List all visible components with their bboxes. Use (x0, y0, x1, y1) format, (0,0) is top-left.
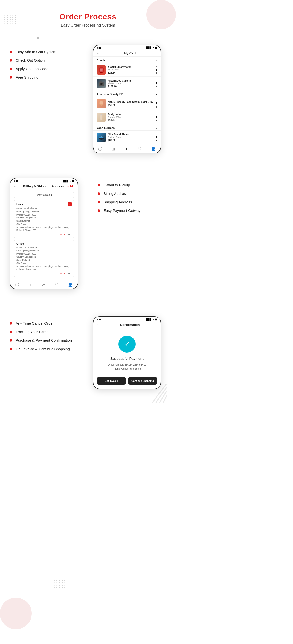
feature-item-12: Get Invoice & Continue Shopping (10, 347, 83, 351)
section-3-features: Any Time Cancel Order Tracking Your Parc… (10, 316, 88, 355)
cart-item-facecream-info: Natural Beauty Face Cream, Light Gray $5… (108, 101, 156, 106)
address-home-actions: Delete Edit (16, 234, 71, 236)
payment-success-title: Successful Payment (97, 356, 157, 360)
cart-phone-mockup: 9:41 ▊▊▊ ▾ ▮▮ ← My Cart Cherie ⌄ (93, 45, 161, 154)
svg-point-14 (100, 101, 103, 104)
confirmation-phone-container: 9:41 ▊▊▊ ▾ ▮▮ ← Confirmation ✓ Successfu… (88, 316, 166, 389)
feature-list-1: Easy Add to Cart System Check Out Option… (10, 50, 83, 80)
address-bottom-nav: ⓘ ⊞ 🛍 ♡ 👤 (10, 280, 78, 289)
continue-shopping-btn[interactable]: Continue Shopping (128, 377, 157, 385)
status-time-cart: 9:41 (97, 47, 101, 49)
cart-title: My Cart (103, 51, 157, 55)
nav-profile-icon[interactable]: 👤 (151, 147, 156, 151)
feature-item-10: Tracking Your Parcel (10, 330, 83, 334)
add-address-btn[interactable]: + Add (67, 185, 74, 188)
nav-heart-icon[interactable]: ♡ (138, 147, 141, 151)
feature-item-8: Easy Payment Getway (98, 208, 141, 213)
addr-nav-info-icon[interactable]: ⓘ (15, 282, 19, 288)
status-icons-address: ▊▊▊ ▾ ▮▮ (63, 180, 74, 182)
address-phone-container: 9:41 ▊▊▊ ▾ ▮▮ ← Billing & Shipping Addre… (10, 178, 88, 289)
confirm-title: Confirmation (103, 323, 157, 326)
cart-item-camera-qty: − 1 + (156, 79, 157, 88)
status-time-address: 9:41 (14, 180, 18, 182)
success-circle: ✓ (118, 336, 136, 353)
address-card-office: Office Name: Gopal Talukder Email: gopal… (14, 240, 74, 277)
feature-item-2: Check Out Option (10, 58, 83, 62)
status-bar-cart: 9:41 ▊▊▊ ▾ ▮▮ (93, 45, 161, 50)
section-1: Easy Add to Cart System Check Out Option… (0, 35, 176, 163)
confirm-navbar: ← Confirmation (93, 321, 161, 328)
address-card-home-header: Home ✓ (16, 202, 71, 206)
back-arrow-address[interactable]: ← (14, 184, 17, 188)
back-arrow-cart[interactable]: ← (97, 51, 100, 55)
page-subtitle: Easy Order Processing System (0, 23, 176, 28)
order-number: Order number: 254154 2554 55412 (97, 363, 157, 367)
cart-phone-container: 9:41 ▊▊▊ ▾ ▮▮ ← My Cart Cherie ⌄ (88, 45, 166, 154)
seller-beauty-header: American Beauty BD ⌄ (93, 90, 161, 97)
get-invoice-btn[interactable]: Get Invoice (97, 377, 126, 385)
address-card-home: Home ✓ Name: Gopal Talukder Email: gopal… (14, 200, 74, 238)
confirmation-buttons: Get Invoice Continue Shopping (93, 373, 161, 388)
svg-rect-16 (101, 114, 102, 115)
address-office-actions: Delete Edit (16, 272, 71, 275)
dot-grid-bottom (54, 580, 66, 588)
addr-nav-grid-icon[interactable]: ⊞ (28, 282, 32, 287)
feature-item-5: I Want to Pickup (98, 183, 141, 187)
section-2-features: I Want to Pickup Billing Address Shippin… (88, 178, 166, 217)
deco-circle-bottom-left (0, 598, 32, 629)
svg-rect-15 (100, 115, 102, 120)
status-time-confirm: 9:41 (97, 318, 101, 321)
feature-list-2: I Want to Pickup Billing Address Shippin… (98, 183, 141, 217)
delete-office-btn[interactable]: Delete (58, 272, 65, 275)
confirmation-phone-mockup: 9:41 ▊▊▊ ▾ ▮▮ ← Confirmation ✓ Successfu… (93, 316, 161, 389)
nav-grid-icon[interactable]: ⊞ (112, 147, 115, 151)
svg-rect-8 (100, 72, 103, 73)
cart-item-bodylotion-qty: − 1 + (156, 112, 157, 122)
edit-home-btn[interactable]: Edit (68, 234, 71, 236)
cart-bottom-nav: ⓘ ⊞ 🛍 ♡ 👤 (93, 144, 161, 153)
cart-item-shoes-qty: − 1 + (156, 132, 157, 142)
addr-nav-profile-icon[interactable]: 👤 (68, 282, 73, 287)
feature-item-6: Billing Address (98, 191, 141, 196)
feature-item-9: Any Time Cancel Order (10, 321, 83, 325)
cart-item-camera: Nikon D200 Camera Plastic, Black $105.00… (93, 77, 161, 90)
svg-rect-12 (100, 82, 102, 82)
feature-item-1: Easy Add to Cart System (10, 50, 83, 54)
nav-bag-icon[interactable]: 🛍 (124, 147, 128, 151)
edit-office-btn[interactable]: Edit (68, 272, 71, 275)
address-navbar: ← Billing & Shipping Address + Add (10, 183, 78, 190)
seller-yoori-header: Yoori Express ⌄ (93, 124, 161, 130)
svg-point-7 (100, 69, 103, 71)
status-icons-confirm: ▊▊▊ ▾ ▮▮ (146, 318, 157, 321)
pickup-button[interactable]: I want to pickup (14, 192, 74, 198)
feature-item-11: Purchase & Payment Confirmation (10, 338, 83, 342)
page-title: Order Process (0, 12, 176, 21)
cart-item-watch: Xioami Smart Watch Metal, Pink $28.64 − … (93, 63, 161, 77)
nav-info-icon[interactable]: ⓘ (98, 146, 102, 152)
section-2: 9:41 ▊▊▊ ▾ ▮▮ ← Billing & Shipping Addre… (0, 168, 176, 299)
addr-nav-heart-icon[interactable]: ♡ (55, 282, 58, 287)
cart-item-camera-info: Nikon D200 Camera Plastic, Black $105.00 (108, 80, 156, 88)
confirmation-content: ✓ Successful Payment Order number: 25415… (93, 328, 161, 373)
address-check-home: ✓ (68, 202, 71, 206)
feature-item-3: Apply Coupon Code (10, 67, 83, 71)
cart-navbar: ← My Cart (93, 50, 161, 57)
cart-item-watch-info: Xioami Smart Watch Metal, Pink $28.64 (108, 66, 156, 74)
back-arrow-confirm[interactable]: ← (97, 322, 100, 326)
cart-item-shoes: Nike Brand Shoes Cotton, Black $87.00 − … (93, 130, 161, 144)
seller-cherie-header: Cherie ⌄ (93, 57, 161, 63)
cart-item-shoes-img (97, 133, 106, 142)
delete-home-btn[interactable]: Delete (58, 234, 65, 236)
section-3: Any Time Cancel Order Tracking Your Parc… (0, 306, 176, 399)
status-icons-cart: ▊▊▊ ▾ ▮▮ (146, 47, 157, 49)
svg-rect-4 (100, 67, 103, 68)
status-bar-confirm: 9:41 ▊▊▊ ▾ ▮▮ (93, 317, 161, 321)
section-1-features: Easy Add to Cart System Check Out Option… (10, 45, 88, 84)
cart-item-facecream: Natural Beauty Face Cream, Light Gray $5… (93, 97, 161, 110)
feature-list-3: Any Time Cancel Order Tracking Your Parc… (10, 321, 83, 351)
address-phone-mockup: 9:41 ▊▊▊ ▾ ▮▮ ← Billing & Shipping Addre… (10, 178, 78, 289)
addr-nav-bag-icon[interactable]: 🛍 (41, 283, 45, 287)
cart-item-watch-qty: − 1 + (156, 65, 157, 74)
cart-item-camera-img (97, 79, 106, 88)
cart-item-facecream-img (97, 99, 106, 108)
